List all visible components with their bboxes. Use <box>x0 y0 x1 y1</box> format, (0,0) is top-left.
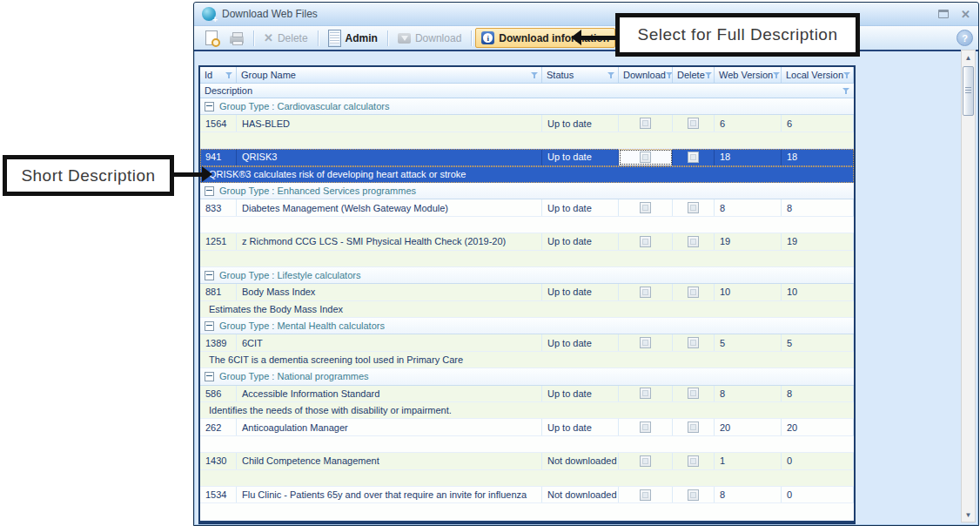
filter-icon[interactable] <box>225 71 233 79</box>
delete-checkbox[interactable] <box>688 337 699 348</box>
description-row[interactable]: Estimates the Body Mass Index <box>200 301 854 318</box>
download-checkbox[interactable] <box>640 489 651 501</box>
description-row[interactable] <box>200 132 854 149</box>
download-checkbox[interactable] <box>640 455 651 467</box>
admin-button[interactable]: Admin <box>322 26 384 51</box>
minimize-icon[interactable] <box>938 10 949 18</box>
download-checkbox[interactable] <box>640 337 651 348</box>
download-checkbox[interactable] <box>640 202 651 213</box>
download-checkbox[interactable] <box>640 421 651 433</box>
group-row[interactable]: Group Type : Mental Health calculators <box>200 318 854 334</box>
filter-icon[interactable] <box>773 71 781 79</box>
collapse-minus-icon[interactable] <box>205 372 214 381</box>
download-cell <box>619 487 673 502</box>
group-row[interactable]: Group Type : Cardiovascular calculators <box>200 98 854 115</box>
download-checkbox[interactable] <box>640 287 651 298</box>
scroll-down-icon[interactable]: ▼ <box>962 508 975 522</box>
column-header[interactable]: Web Version <box>715 67 782 83</box>
delete-checkbox[interactable] <box>688 118 699 129</box>
download-button-label: Download <box>415 32 461 44</box>
delete-button[interactable]: ✕ Delete <box>258 29 314 48</box>
status-cell: Not downloaded <box>542 453 619 469</box>
column-header[interactable]: Status <box>542 67 619 83</box>
column-header-label: Id <box>205 70 212 80</box>
filter-icon[interactable] <box>842 87 850 95</box>
table-row[interactable]: 586Accessible Information StandardUp to … <box>200 386 854 402</box>
delete-checkbox[interactable] <box>688 287 699 298</box>
table-row[interactable]: 881Body Mass IndexUp to date1010 <box>200 284 854 300</box>
web-version-cell: 8 <box>715 487 782 502</box>
description-row[interactable]: Identifies the needs of those with disab… <box>200 402 854 419</box>
id-cell: 833 <box>200 199 237 215</box>
vertical-scrollbar[interactable]: ▲ ▼ <box>961 50 976 523</box>
delete-checkbox[interactable] <box>688 236 699 247</box>
download-cell <box>619 334 673 350</box>
scrollbar-thumb[interactable] <box>963 66 974 116</box>
table-row[interactable]: 1430Child Competence ManagementNot downl… <box>200 453 854 469</box>
delete-checkbox[interactable] <box>688 489 699 501</box>
group-row[interactable]: Group Type : Lifestyle calculators <box>200 267 854 284</box>
close-icon[interactable]: ✕ <box>961 9 970 20</box>
collapse-minus-icon[interactable] <box>205 271 214 280</box>
filter-icon[interactable] <box>607 71 615 79</box>
table-row[interactable]: 833Diabetes Management (Welsh Gateway Mo… <box>200 199 854 216</box>
group-row[interactable]: Group Type : National programmes <box>200 368 854 385</box>
print-button[interactable] <box>224 30 250 47</box>
description-row[interactable] <box>200 217 854 233</box>
download-checkbox[interactable] <box>640 118 651 129</box>
description-row[interactable] <box>200 251 854 267</box>
delete-checkbox[interactable] <box>688 455 699 467</box>
column-header[interactable]: Id <box>200 67 237 83</box>
filter-icon[interactable] <box>705 71 713 79</box>
local-version-cell: 8 <box>782 386 854 401</box>
local-version-cell: 10 <box>782 284 854 300</box>
delete-checkbox[interactable] <box>688 421 699 433</box>
filter-icon[interactable] <box>666 71 673 79</box>
group-row[interactable]: Group Type : Enhanced Services programme… <box>200 183 854 199</box>
help-question-icon[interactable]: ? <box>957 30 973 46</box>
print-preview-button[interactable] <box>199 27 224 49</box>
table-row[interactable]: 262Anticoagulation ManagerUp to date2020 <box>200 419 854 435</box>
group-name-cell: QRISK3 <box>237 149 542 165</box>
delete-checkbox[interactable] <box>688 388 699 399</box>
id-cell: 1430 <box>200 453 237 469</box>
status-cell: Not downloaded <box>542 487 619 502</box>
download-cell <box>619 115 673 131</box>
delete-checkbox[interactable] <box>688 152 699 163</box>
collapse-minus-icon[interactable] <box>205 186 214 196</box>
status-cell: Up to date <box>542 149 619 165</box>
status-cell: Up to date <box>542 199 619 215</box>
description-header-row[interactable]: Description <box>200 84 854 98</box>
table-row[interactable]: 1564HAS-BLEDUp to date66 <box>200 115 854 132</box>
description-row[interactable] <box>200 470 854 487</box>
column-header-label: Group Name <box>241 70 296 80</box>
callout-arrow-line <box>581 36 615 40</box>
description-row[interactable] <box>200 436 854 453</box>
description-row[interactable]: The 6CIT is a dementia screening tool us… <box>200 352 854 368</box>
filter-icon[interactable] <box>531 71 539 79</box>
id-cell: 1251 <box>200 233 237 249</box>
column-header[interactable]: Delete <box>673 67 715 83</box>
download-web-files-window: Download Web Files ✕ ✕ Delete Admin Down… <box>193 2 979 526</box>
collapse-minus-icon[interactable] <box>205 102 214 111</box>
scroll-up-icon[interactable]: ▲ <box>962 51 975 64</box>
column-header-row: IdGroup NameStatusDownloadDeleteWeb Vers… <box>200 67 854 84</box>
download-button[interactable]: Download <box>392 29 467 48</box>
delete-checkbox[interactable] <box>688 202 699 213</box>
local-version-cell: 20 <box>782 419 854 435</box>
download-checkbox[interactable] <box>640 236 651 247</box>
table-row[interactable]: 1251z Richmond CCG LCS - SMI Physical He… <box>200 233 854 250</box>
table-row[interactable]: 941QRISK3Up to date1818 <box>200 149 854 165</box>
filter-icon[interactable] <box>843 71 851 79</box>
column-header[interactable]: Group Name <box>237 67 542 83</box>
table-row[interactable]: 1534Flu Clinic - Patients 65y and over t… <box>200 487 854 503</box>
description-row[interactable]: QRISK®3 calculates risk of developing he… <box>200 166 854 183</box>
download-checkbox[interactable] <box>640 388 651 399</box>
download-checkbox[interactable] <box>640 152 651 163</box>
table-row[interactable]: 13896CITUp to date55 <box>200 334 854 351</box>
title-bar: Download Web Files ✕ <box>194 3 978 26</box>
description-row[interactable] <box>200 503 854 520</box>
collapse-minus-icon[interactable] <box>205 321 214 331</box>
column-header[interactable]: Local Version <box>782 67 854 83</box>
column-header[interactable]: Download <box>619 67 673 83</box>
